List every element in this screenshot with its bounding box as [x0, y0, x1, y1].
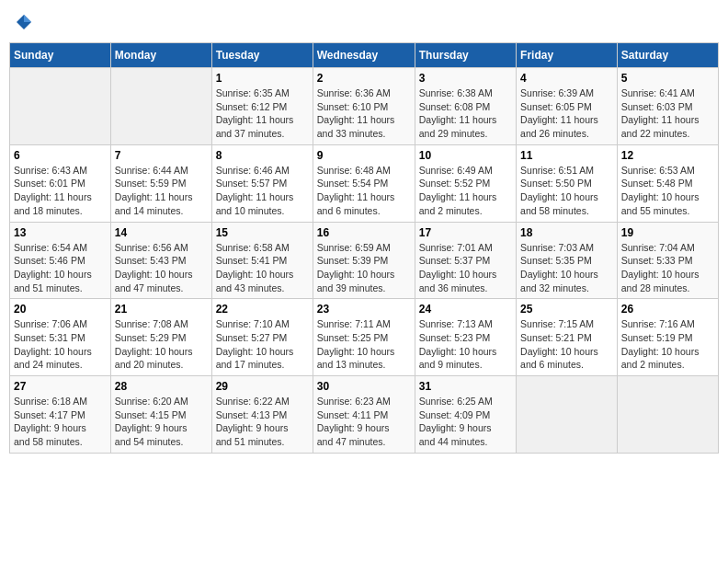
day-header-thursday: Thursday: [415, 43, 516, 68]
day-number: 19: [621, 226, 714, 239]
calendar-cell: 15Sunrise: 6:58 AM Sunset: 5:41 PM Dayli…: [211, 222, 313, 299]
day-number: 15: [216, 226, 309, 239]
calendar-cell: [617, 376, 718, 454]
calendar-cell: 9Sunrise: 6:48 AM Sunset: 5:54 PM Daylig…: [313, 144, 415, 222]
day-number: 26: [621, 303, 714, 316]
calendar-cell: 26Sunrise: 7:16 AM Sunset: 5:19 PM Dayli…: [617, 299, 718, 376]
day-info: Sunrise: 6:41 AM Sunset: 6:03 PM Dayligh…: [621, 86, 714, 141]
day-number: 18: [520, 226, 613, 239]
day-info: Sunrise: 6:44 AM Sunset: 5:59 PM Dayligh…: [115, 164, 208, 218]
day-info: Sunrise: 6:48 AM Sunset: 5:54 PM Dayligh…: [317, 164, 411, 218]
calendar-cell: 19Sunrise: 7:04 AM Sunset: 5:33 PM Dayli…: [617, 222, 718, 299]
day-info: Sunrise: 6:18 AM Sunset: 4:17 PM Dayligh…: [14, 395, 107, 449]
calendar-cell: 25Sunrise: 7:15 AM Sunset: 5:21 PM Dayli…: [517, 299, 618, 376]
day-number: 30: [317, 380, 411, 393]
header-row: SundayMondayTuesdayWednesdayThursdayFrid…: [10, 43, 719, 68]
day-info: Sunrise: 7:01 AM Sunset: 5:37 PM Dayligh…: [419, 241, 512, 295]
svg-marker-1: [24, 15, 31, 22]
calendar-cell: [10, 68, 111, 145]
day-number: 8: [216, 149, 309, 162]
day-number: 7: [115, 149, 208, 162]
day-number: 29: [216, 380, 309, 393]
calendar-table: SundayMondayTuesdayWednesdayThursdayFrid…: [9, 42, 719, 454]
day-info: Sunrise: 7:11 AM Sunset: 5:25 PM Dayligh…: [317, 317, 411, 372]
week-row-2: 6Sunrise: 6:43 AM Sunset: 6:01 PM Daylig…: [10, 144, 719, 222]
calendar-cell: 21Sunrise: 7:08 AM Sunset: 5:29 PM Dayli…: [110, 299, 211, 376]
week-row-1: 1Sunrise: 6:35 AM Sunset: 6:12 PM Daylig…: [10, 68, 719, 145]
day-number: 9: [317, 149, 411, 162]
day-info: Sunrise: 7:13 AM Sunset: 5:23 PM Dayligh…: [419, 317, 512, 372]
day-header-sunday: Sunday: [10, 43, 111, 68]
day-info: Sunrise: 6:56 AM Sunset: 5:43 PM Dayligh…: [115, 241, 208, 295]
day-info: Sunrise: 7:04 AM Sunset: 5:33 PM Dayligh…: [621, 241, 714, 295]
week-row-4: 20Sunrise: 7:06 AM Sunset: 5:31 PM Dayli…: [10, 299, 719, 376]
day-number: 24: [419, 303, 512, 316]
day-info: Sunrise: 7:16 AM Sunset: 5:19 PM Dayligh…: [621, 317, 714, 372]
calendar-cell: 12Sunrise: 6:53 AM Sunset: 5:48 PM Dayli…: [617, 144, 718, 222]
day-info: Sunrise: 6:20 AM Sunset: 4:15 PM Dayligh…: [115, 395, 208, 449]
calendar-cell: 2Sunrise: 6:36 AM Sunset: 6:10 PM Daylig…: [313, 68, 415, 145]
day-number: 22: [216, 303, 309, 316]
calendar-cell: [110, 68, 211, 145]
day-number: 2: [317, 72, 411, 85]
day-info: Sunrise: 6:43 AM Sunset: 6:01 PM Dayligh…: [14, 164, 107, 218]
day-header-tuesday: Tuesday: [211, 43, 313, 68]
logo: [15, 13, 35, 31]
day-number: 11: [520, 149, 613, 162]
day-number: 16: [317, 226, 411, 239]
day-number: 23: [317, 303, 411, 316]
day-number: 14: [115, 226, 208, 239]
day-info: Sunrise: 7:08 AM Sunset: 5:29 PM Dayligh…: [115, 317, 208, 372]
day-info: Sunrise: 6:35 AM Sunset: 6:12 PM Dayligh…: [216, 86, 309, 141]
day-number: 3: [419, 72, 512, 85]
calendar-cell: 17Sunrise: 7:01 AM Sunset: 5:37 PM Dayli…: [415, 222, 516, 299]
day-info: Sunrise: 6:53 AM Sunset: 5:48 PM Dayligh…: [621, 164, 714, 218]
page-header: [9, 9, 719, 35]
day-info: Sunrise: 6:49 AM Sunset: 5:52 PM Dayligh…: [419, 164, 512, 218]
calendar-cell: 7Sunrise: 6:44 AM Sunset: 5:59 PM Daylig…: [110, 144, 211, 222]
calendar-cell: 10Sunrise: 6:49 AM Sunset: 5:52 PM Dayli…: [415, 144, 516, 222]
week-row-3: 13Sunrise: 6:54 AM Sunset: 5:46 PM Dayli…: [10, 222, 719, 299]
day-header-monday: Monday: [110, 43, 211, 68]
day-header-saturday: Saturday: [617, 43, 718, 68]
day-number: 10: [419, 149, 512, 162]
calendar-cell: 22Sunrise: 7:10 AM Sunset: 5:27 PM Dayli…: [211, 299, 313, 376]
calendar-cell: 31Sunrise: 6:25 AM Sunset: 4:09 PM Dayli…: [415, 376, 516, 454]
calendar-cell: 14Sunrise: 6:56 AM Sunset: 5:43 PM Dayli…: [110, 222, 211, 299]
day-number: 1: [216, 72, 309, 85]
day-info: Sunrise: 6:59 AM Sunset: 5:39 PM Dayligh…: [317, 241, 411, 295]
calendar-cell: 18Sunrise: 7:03 AM Sunset: 5:35 PM Dayli…: [517, 222, 618, 299]
day-number: 25: [520, 303, 613, 316]
day-number: 13: [14, 226, 107, 239]
day-info: Sunrise: 6:58 AM Sunset: 5:41 PM Dayligh…: [216, 241, 309, 295]
logo-icon: [15, 13, 33, 31]
calendar-cell: 28Sunrise: 6:20 AM Sunset: 4:15 PM Dayli…: [110, 376, 211, 454]
calendar-cell: 24Sunrise: 7:13 AM Sunset: 5:23 PM Dayli…: [415, 299, 516, 376]
day-info: Sunrise: 6:25 AM Sunset: 4:09 PM Dayligh…: [419, 395, 512, 449]
day-info: Sunrise: 6:51 AM Sunset: 5:50 PM Dayligh…: [520, 164, 613, 218]
week-row-5: 27Sunrise: 6:18 AM Sunset: 4:17 PM Dayli…: [10, 376, 719, 454]
day-number: 31: [419, 380, 512, 393]
calendar-cell: 29Sunrise: 6:22 AM Sunset: 4:13 PM Dayli…: [211, 376, 313, 454]
calendar-cell: 3Sunrise: 6:38 AM Sunset: 6:08 PM Daylig…: [415, 68, 516, 145]
calendar-cell: 13Sunrise: 6:54 AM Sunset: 5:46 PM Dayli…: [10, 222, 111, 299]
day-number: 28: [115, 380, 208, 393]
day-info: Sunrise: 6:46 AM Sunset: 5:57 PM Dayligh…: [216, 164, 309, 218]
calendar-cell: 8Sunrise: 6:46 AM Sunset: 5:57 PM Daylig…: [211, 144, 313, 222]
day-header-wednesday: Wednesday: [313, 43, 415, 68]
day-info: Sunrise: 6:54 AM Sunset: 5:46 PM Dayligh…: [14, 241, 107, 295]
day-header-friday: Friday: [517, 43, 618, 68]
day-info: Sunrise: 7:03 AM Sunset: 5:35 PM Dayligh…: [520, 241, 613, 295]
calendar-cell: 16Sunrise: 6:59 AM Sunset: 5:39 PM Dayli…: [313, 222, 415, 299]
calendar-cell: 6Sunrise: 6:43 AM Sunset: 6:01 PM Daylig…: [10, 144, 111, 222]
calendar-cell: 20Sunrise: 7:06 AM Sunset: 5:31 PM Dayli…: [10, 299, 111, 376]
calendar-cell: [517, 376, 618, 454]
day-number: 17: [419, 226, 512, 239]
day-info: Sunrise: 6:23 AM Sunset: 4:11 PM Dayligh…: [317, 395, 411, 449]
calendar-cell: 5Sunrise: 6:41 AM Sunset: 6:03 PM Daylig…: [617, 68, 718, 145]
day-number: 12: [621, 149, 714, 162]
calendar-cell: 11Sunrise: 6:51 AM Sunset: 5:50 PM Dayli…: [517, 144, 618, 222]
day-number: 21: [115, 303, 208, 316]
day-number: 4: [520, 72, 613, 85]
day-info: Sunrise: 7:15 AM Sunset: 5:21 PM Dayligh…: [520, 317, 613, 372]
